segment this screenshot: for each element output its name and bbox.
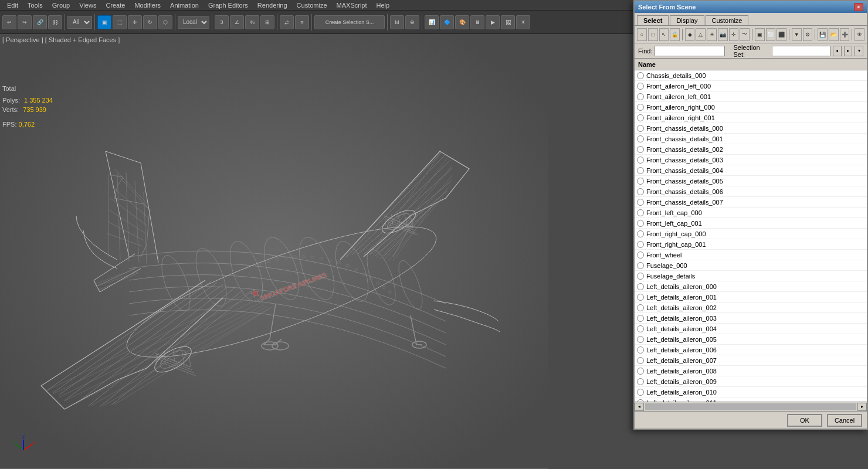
selection-set-dropdown-btn[interactable]: ▾ xyxy=(855,46,863,56)
dlg-lock-btn[interactable]: 🔒 xyxy=(670,28,680,41)
dlg-cursor-btn[interactable]: ↖ xyxy=(659,28,669,41)
angle-snap-btn[interactable]: ∠ xyxy=(230,15,244,29)
dlg-helpers-btn[interactable]: ✛ xyxy=(729,28,739,41)
list-item[interactable]: Front_left_cap_000 xyxy=(635,208,867,218)
percent-snap-btn[interactable]: % xyxy=(245,15,259,29)
list-item[interactable]: Left_details_aileron_010 xyxy=(635,387,867,397)
dlg-square-btn[interactable]: □ xyxy=(648,28,658,41)
dlg-sel-load-btn[interactable]: 📂 xyxy=(829,28,839,41)
list-item[interactable]: Left_details_aileron_009 xyxy=(635,376,867,387)
list-item[interactable]: Left_details_aileron_011 xyxy=(635,397,867,402)
menu-tools[interactable]: Tools xyxy=(23,2,48,9)
list-item[interactable]: Left_details_aileron_001 xyxy=(635,292,867,303)
spinner-snap-btn[interactable]: ⊞ xyxy=(260,15,274,29)
select-link-btn[interactable]: 🔗 xyxy=(33,15,47,29)
move-btn[interactable]: ✛ xyxy=(128,15,142,29)
snap-3d-btn[interactable]: 3 xyxy=(215,15,229,29)
unlink-btn[interactable]: ⛓ xyxy=(48,15,62,29)
hscroll-left-btn[interactable]: ◂ xyxy=(635,403,644,411)
find-input[interactable] xyxy=(655,46,725,56)
list-item[interactable]: Front_aileron_left_000 xyxy=(635,81,867,91)
list-item[interactable]: Front_chassis_details_000 xyxy=(635,123,867,134)
active-shade-btn[interactable]: ☀ xyxy=(516,15,530,29)
list-item[interactable]: Front_chassis_details_004 xyxy=(635,165,867,176)
render-btn[interactable]: ▶ xyxy=(486,15,500,29)
dlg-all-btn[interactable]: ▣ xyxy=(755,28,765,41)
dlg-display-btn[interactable]: 👁 xyxy=(855,28,864,41)
menu-help[interactable]: Help xyxy=(372,2,395,9)
list-item[interactable]: Left_details_aileron_000 xyxy=(635,281,867,292)
tab-display[interactable]: Display xyxy=(670,15,704,25)
align-btn[interactable]: ≡ xyxy=(295,15,309,29)
selection-set-next-btn[interactable]: ▸ xyxy=(844,46,853,56)
list-item[interactable]: Left_details_aileron_007 xyxy=(635,355,867,366)
dlg-invert-btn[interactable]: ⬛ xyxy=(777,28,786,41)
rotate-btn[interactable]: ↻ xyxy=(143,15,157,29)
list-item[interactable]: Fuselage_000 xyxy=(635,260,867,271)
dlg-filter-btn[interactable]: ▼ xyxy=(792,28,802,41)
dlg-sel-add-btn[interactable]: ➕ xyxy=(840,28,850,41)
list-item[interactable]: Front_left_cap_001 xyxy=(635,218,867,229)
select-region-btn[interactable]: ⬚ xyxy=(113,15,127,29)
list-item[interactable]: Front_chassis_details_007 xyxy=(635,197,867,208)
track-view-btn[interactable]: 📊 xyxy=(425,15,439,29)
list-item[interactable]: Left_details_aileron_003 xyxy=(635,313,867,324)
dlg-lights-btn[interactable]: ☀ xyxy=(707,28,717,41)
menu-maxscript[interactable]: MAXScript xyxy=(332,2,372,9)
list-item[interactable]: Left_details_aileron_002 xyxy=(635,303,867,313)
list-item[interactable]: Front_chassis_details_001 xyxy=(635,134,867,144)
viewport[interactable]: [ Perspective ] [ Shaded + Edged Faces ]… xyxy=(0,34,548,468)
list-item[interactable]: Front_chassis_details_003 xyxy=(635,155,867,165)
menu-group[interactable]: Group xyxy=(48,2,75,9)
menu-edit[interactable]: Edit xyxy=(2,2,23,9)
list-item[interactable]: Left_details_aileron_005 xyxy=(635,334,867,345)
mirror-btn[interactable]: ⇌ xyxy=(280,15,294,29)
select-btn[interactable]: ▣ xyxy=(97,15,111,29)
create-selection-btn[interactable]: Create Selection S... xyxy=(314,15,385,29)
named-sel-2[interactable]: ⊕ xyxy=(405,15,419,29)
dlg-geo-btn[interactable]: ◆ xyxy=(685,28,695,41)
menu-graph-editors[interactable]: Graph Editors xyxy=(204,2,253,9)
list-item[interactable]: Left_details_aileron_008 xyxy=(635,366,867,376)
menu-rendering[interactable]: Rendering xyxy=(253,2,292,9)
selection-set-input[interactable] xyxy=(772,46,830,56)
tab-customize[interactable]: Customize xyxy=(706,15,749,25)
dialog-close-button[interactable]: × xyxy=(854,3,863,11)
dlg-spacewarps-btn[interactable]: 〜 xyxy=(740,28,750,41)
cancel-button[interactable]: Cancel xyxy=(827,414,862,427)
horizontal-scrollbar[interactable]: ◂ ▸ xyxy=(635,402,867,411)
tab-select[interactable]: Select xyxy=(637,15,669,25)
menu-animation[interactable]: Animation xyxy=(165,2,204,9)
list-item[interactable]: Front_chassis_details_006 xyxy=(635,186,867,197)
hscroll-thumb[interactable] xyxy=(645,403,856,410)
list-item[interactable]: Fuselage_details xyxy=(635,271,867,281)
redo-btn[interactable]: ↪ xyxy=(18,15,32,29)
menu-create[interactable]: Create xyxy=(101,2,130,9)
menu-customize[interactable]: Customize xyxy=(292,2,332,9)
list-item[interactable]: Front_right_cap_001 xyxy=(635,239,867,250)
list-item[interactable]: Front_aileron_right_001 xyxy=(635,113,867,123)
dlg-none-btn[interactable]: ⬜ xyxy=(766,28,776,41)
selection-set-prev-btn[interactable]: ◂ xyxy=(833,46,842,56)
dlg-cameras-btn[interactable]: 📷 xyxy=(718,28,728,41)
object-list[interactable]: Chassis_details_000Front_aileron_left_00… xyxy=(635,70,867,402)
dlg-sel-save-btn[interactable]: 💾 xyxy=(818,28,828,41)
list-item[interactable]: Front_aileron_left_001 xyxy=(635,91,867,102)
list-item[interactable]: Front_right_cap_000 xyxy=(635,229,867,239)
reference-dropdown[interactable]: Local xyxy=(178,16,209,29)
list-item[interactable]: Left_details_aileron_006 xyxy=(635,345,867,355)
scale-btn[interactable]: ⬡ xyxy=(158,15,172,29)
list-item[interactable]: Chassis_details_000 xyxy=(635,70,867,81)
list-item[interactable]: Left_details_aileron_004 xyxy=(635,324,867,334)
list-item[interactable]: Front_wheel xyxy=(635,250,867,260)
dlg-circle-btn[interactable]: ○ xyxy=(637,28,647,41)
undo-btn[interactable]: ↩ xyxy=(2,15,16,29)
menu-views[interactable]: Views xyxy=(74,2,101,9)
list-item[interactable]: Front_chassis_details_005 xyxy=(635,176,867,186)
menu-modifiers[interactable]: Modifiers xyxy=(130,2,165,9)
list-item[interactable]: Front_chassis_details_002 xyxy=(635,144,867,155)
schematic-view-btn[interactable]: 🔷 xyxy=(440,15,454,29)
dlg-shapes-btn[interactable]: △ xyxy=(696,28,706,41)
filter-dropdown[interactable]: All xyxy=(67,16,92,29)
hscroll-right-btn[interactable]: ▸ xyxy=(857,403,867,411)
